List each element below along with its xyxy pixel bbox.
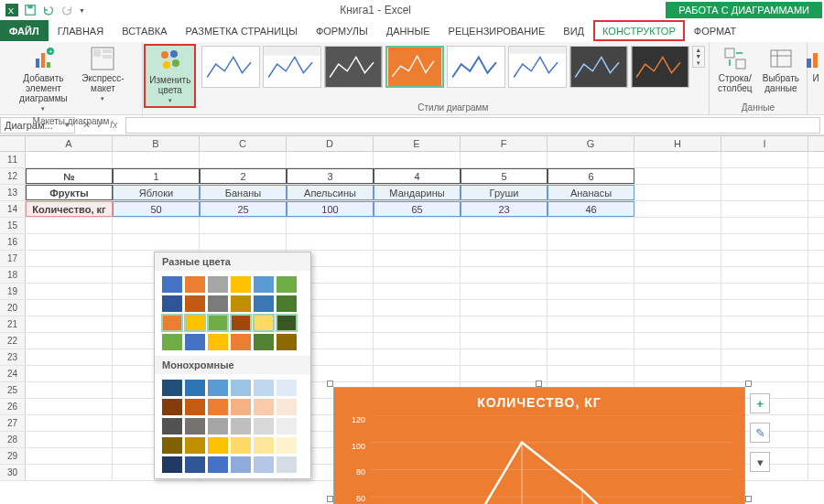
cell[interactable] bbox=[548, 251, 634, 266]
color-swatch[interactable] bbox=[276, 399, 297, 415]
cell[interactable] bbox=[26, 366, 113, 381]
cell[interactable]: Апельсины bbox=[287, 185, 374, 200]
cell[interactable]: 1 bbox=[113, 168, 200, 184]
save-icon[interactable] bbox=[24, 4, 37, 16]
row-header[interactable]: 13 bbox=[0, 185, 26, 200]
cell[interactable] bbox=[461, 234, 548, 250]
cell[interactable] bbox=[721, 251, 808, 266]
tab-file[interactable]: ФАЙЛ bbox=[0, 20, 49, 41]
color-swatch[interactable] bbox=[231, 315, 251, 331]
color-swatch[interactable] bbox=[231, 437, 251, 454]
cell[interactable] bbox=[634, 168, 721, 184]
row-header[interactable]: 18 bbox=[0, 267, 26, 283]
color-swatch[interactable] bbox=[185, 276, 205, 293]
cell[interactable]: 100 bbox=[287, 201, 374, 217]
color-swatch[interactable] bbox=[254, 456, 274, 473]
color-swatch[interactable] bbox=[185, 418, 205, 434]
chart-style-5[interactable] bbox=[447, 46, 505, 88]
add-chart-element-button[interactable]: + Добавить элемент диаграммы▾ bbox=[12, 44, 74, 114]
cell[interactable] bbox=[374, 251, 461, 266]
color-swatch[interactable] bbox=[231, 399, 251, 415]
cell[interactable] bbox=[634, 333, 721, 349]
color-swatch[interactable] bbox=[254, 315, 274, 331]
col-header[interactable]: G bbox=[548, 136, 634, 151]
cell[interactable] bbox=[548, 333, 634, 349]
cell[interactable] bbox=[721, 152, 808, 167]
cell[interactable] bbox=[461, 300, 548, 316]
color-swatch[interactable] bbox=[276, 276, 297, 293]
cell[interactable] bbox=[26, 349, 113, 365]
color-swatch[interactable] bbox=[208, 380, 228, 396]
cell[interactable] bbox=[721, 316, 808, 332]
select-all-corner[interactable] bbox=[0, 136, 26, 151]
color-swatch[interactable] bbox=[162, 418, 182, 434]
cell[interactable]: Ананасы bbox=[548, 185, 634, 200]
cell[interactable]: 50 bbox=[113, 201, 200, 217]
cell[interactable]: 3 bbox=[287, 168, 374, 184]
chart-style-3[interactable] bbox=[324, 46, 383, 88]
cell[interactable] bbox=[461, 218, 548, 233]
cell[interactable]: 2 bbox=[200, 168, 287, 184]
cell[interactable] bbox=[721, 234, 808, 250]
chart-styles-gallery[interactable]: ▲▼▾ bbox=[201, 44, 705, 101]
row-header[interactable]: 14 bbox=[0, 201, 26, 217]
cell[interactable] bbox=[287, 218, 374, 233]
cell[interactable] bbox=[200, 218, 287, 233]
chart-plot-area[interactable] bbox=[371, 415, 733, 504]
cell[interactable] bbox=[721, 267, 808, 283]
cell[interactable] bbox=[721, 218, 808, 233]
cell[interactable] bbox=[634, 349, 721, 365]
cell[interactable]: 5 bbox=[461, 168, 548, 184]
chart-elements-button[interactable]: + bbox=[750, 393, 770, 413]
row-header[interactable]: 12 bbox=[0, 168, 26, 184]
cell[interactable]: 46 bbox=[548, 201, 634, 217]
color-swatch[interactable] bbox=[276, 315, 297, 331]
cell[interactable] bbox=[287, 152, 374, 167]
cell[interactable] bbox=[634, 218, 721, 233]
row-header[interactable]: 22 bbox=[0, 333, 26, 349]
cell[interactable] bbox=[200, 152, 287, 167]
color-swatch[interactable] bbox=[208, 276, 228, 293]
color-swatch[interactable] bbox=[254, 334, 274, 350]
color-swatch[interactable] bbox=[185, 295, 205, 312]
cell[interactable]: Фрукты bbox=[26, 185, 113, 200]
cell[interactable] bbox=[461, 366, 548, 381]
cell[interactable] bbox=[461, 152, 548, 167]
tab-insert[interactable]: ВСТАВКА bbox=[113, 20, 176, 41]
quick-layout-button[interactable]: Экспресс-макет▾ bbox=[76, 44, 129, 104]
color-swatch[interactable] bbox=[254, 418, 274, 434]
cell[interactable] bbox=[548, 284, 634, 299]
formula-input[interactable] bbox=[125, 117, 820, 134]
col-header[interactable]: A bbox=[26, 136, 113, 151]
color-swatch[interactable] bbox=[208, 334, 228, 350]
cell[interactable] bbox=[26, 432, 113, 447]
chart-title[interactable]: КОЛИЧЕСТВО, КГ bbox=[334, 388, 744, 410]
cell[interactable] bbox=[113, 218, 200, 233]
cell[interactable] bbox=[374, 300, 461, 316]
color-swatch[interactable] bbox=[208, 315, 228, 331]
cell[interactable] bbox=[26, 448, 113, 464]
color-swatch[interactable] bbox=[276, 456, 297, 473]
color-swatch[interactable] bbox=[276, 334, 297, 350]
cell[interactable] bbox=[634, 284, 721, 299]
row-header[interactable]: 30 bbox=[0, 465, 26, 480]
cell[interactable] bbox=[634, 316, 721, 332]
color-swatch[interactable] bbox=[276, 295, 297, 312]
cell[interactable] bbox=[374, 333, 461, 349]
row-header[interactable]: 24 bbox=[0, 366, 26, 381]
styles-scroll[interactable]: ▲▼▾ bbox=[692, 46, 705, 68]
cell[interactable] bbox=[287, 234, 374, 250]
embedded-chart[interactable]: КОЛИЧЕСТВО, КГ 120100806040200 ЯблокиБан… bbox=[333, 387, 745, 504]
color-swatch[interactable] bbox=[231, 418, 251, 434]
tab-home[interactable]: ГЛАВНАЯ bbox=[49, 20, 113, 41]
cell[interactable] bbox=[26, 218, 113, 233]
row-header[interactable]: 25 bbox=[0, 382, 26, 398]
cell[interactable] bbox=[26, 415, 113, 431]
color-swatch[interactable] bbox=[254, 295, 274, 312]
cell[interactable] bbox=[461, 267, 548, 283]
chart-style-7[interactable] bbox=[569, 46, 628, 88]
color-swatch[interactable] bbox=[276, 380, 297, 396]
cell[interactable] bbox=[26, 382, 113, 398]
cell[interactable] bbox=[548, 316, 634, 332]
col-header[interactable]: D bbox=[287, 136, 374, 151]
